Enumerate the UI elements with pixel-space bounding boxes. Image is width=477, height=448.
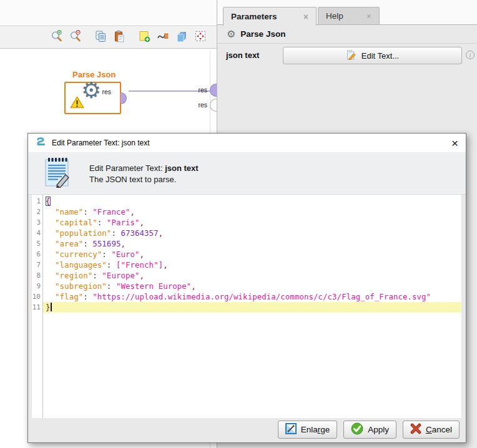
panel-operator-title: Parse Json [240,29,285,39]
add-note-button[interactable] [137,31,150,44]
dialog-header-subtitle: The JSON text to parse. [89,175,199,184]
process-panel-header [0,0,217,26]
fit-to-view-button[interactable] [194,31,207,44]
param-json-text-label: json text [226,51,259,60]
paste-icon [113,30,125,45]
info-icon[interactable]: i [466,51,475,59]
add-note-icon [138,30,150,45]
code-line[interactable]: "currency": "Euro", [43,249,461,260]
cancel-button[interactable]: Cancel [403,421,460,439]
line-number: 8 [32,270,41,281]
tab-strip [217,0,477,7]
result-port-label: res [195,86,207,94]
enlarge-button-label: Enlarge [301,425,330,434]
warning-icon [70,96,84,111]
line-number: 9 [32,281,41,291]
arrange-operators-icon [175,30,188,45]
dialog-titlebar[interactable]: Edit Parameter Text: json text × [28,134,466,153]
zoom-in-button[interactable] [50,31,63,44]
line-number: 6 [32,249,41,260]
edit-parameter-text-dialog: Edit Parameter Text: json text × Edit Pa… [27,133,466,443]
code-line[interactable]: { [43,196,461,207]
dialog-header-text: Edit Parameter Text: json text The JSON … [89,163,199,184]
gear-icon: ⚙ [227,29,235,39]
line-number: 2 [32,207,41,217]
code-line[interactable]: "capital": "Paris", [43,217,461,228]
code-line[interactable]: "region": "Europe", [43,270,461,281]
result-port-label: res [195,101,207,109]
zoom-out-icon [69,30,82,45]
process-toolbar [0,27,217,49]
close-icon[interactable]: × [298,12,308,21]
text-caret [51,303,52,311]
code-area[interactable]: { "name": "France", "capital": "Paris", … [43,195,461,418]
tab-parameters-label: Parameters [231,12,277,21]
copy-icon [94,30,107,45]
result-port-connected[interactable] [210,84,217,97]
result-port-empty[interactable] [210,99,217,112]
tab-bar: Parameters × Help × [217,7,477,25]
line-number: 7 [32,260,41,270]
edit-pencil-icon [346,50,357,62]
code-line[interactable]: "flag": "https://upload.wikimedia.org/wi… [43,291,461,302]
notepad-icon [43,157,72,190]
line-number: 1 [32,196,41,207]
line-number: 3 [32,217,41,228]
tab-help-label: Help [326,11,343,21]
dialog-header-title: Edit Parameter Text: json text [89,163,199,173]
gutter: 1234567891011 [32,195,43,418]
code-line[interactable]: } [43,302,461,313]
tab-parameters[interactable]: Parameters × [223,7,317,26]
close-icon[interactable]: × [361,12,371,21]
app-root: Parse Json ⚙ res res res Parameters × He… [0,0,477,448]
arrange-operators-button[interactable] [175,31,188,44]
line-number: 4 [32,228,41,238]
code-line[interactable]: "population": 67364357, [43,228,461,238]
dialog-title: Edit Parameter Text: json text [52,139,150,147]
operator-out-port[interactable] [120,92,127,104]
cancel-icon [410,423,421,436]
operator-out-port-label: res [102,88,111,95]
operator-parse-json[interactable]: ⚙ res [64,82,121,114]
apply-button-label: Apply [368,425,389,434]
line-number: 11 [32,302,41,313]
rewire-button[interactable] [156,31,169,44]
code-line[interactable]: "subregion": "Western Europe", [43,281,461,291]
code-line[interactable]: "languages": ["French"], [43,260,461,270]
apply-button[interactable]: Apply [343,421,396,439]
paste-button[interactable] [112,31,125,44]
rapidminer-logo-icon [36,137,46,149]
line-number: 10 [32,291,41,302]
json-text-editor[interactable]: 1234567891011 { "name": "France", "capit… [32,195,461,418]
zoom-in-icon [51,30,63,45]
dialog-header: Edit Parameter Text: json text The JSON … [28,153,466,195]
apply-icon [351,422,363,437]
fit-to-view-icon [194,30,207,45]
zoom-out-button[interactable] [69,31,82,44]
edit-text-button-label: Edit Text... [361,51,399,61]
enlarge-icon [285,423,297,436]
line-number: 5 [32,238,41,249]
code-line[interactable]: "name": "France", [43,207,461,217]
code-line[interactable]: "area": 551695, [43,238,461,249]
tab-help[interactable]: Help × [318,7,380,25]
dialog-header-param-name: json text [165,163,198,173]
dialog-footer: Enlarge Apply Cancel [28,417,466,442]
rewire-icon [157,30,169,45]
enlarge-button[interactable]: Enlarge [278,421,338,439]
panel-operator-header: ⚙ Parse Json [217,25,477,44]
close-icon[interactable]: × [451,137,458,149]
edit-text-button[interactable]: Edit Text... [283,47,462,64]
cancel-button-label: Cancel [426,425,452,434]
copy-button[interactable] [94,31,107,44]
